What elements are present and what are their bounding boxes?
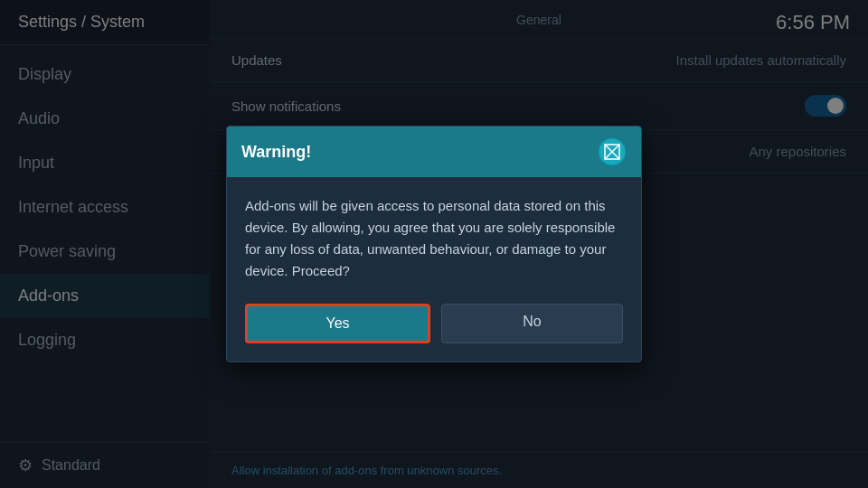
dialog-title: Warning! [241, 143, 311, 162]
dialog-overlay: Warning! Add-ons will be given access to… [0, 0, 868, 488]
kodi-logo-icon [598, 137, 627, 166]
dialog-body: Add-ons will be given access to personal… [227, 177, 641, 304]
dialog-buttons: Yes No [227, 304, 641, 361]
dialog-no-button[interactable]: No [441, 304, 623, 343]
warning-dialog: Warning! Add-ons will be given access to… [226, 126, 642, 362]
dialog-header: Warning! [227, 127, 641, 177]
dialog-yes-button[interactable]: Yes [245, 304, 430, 343]
